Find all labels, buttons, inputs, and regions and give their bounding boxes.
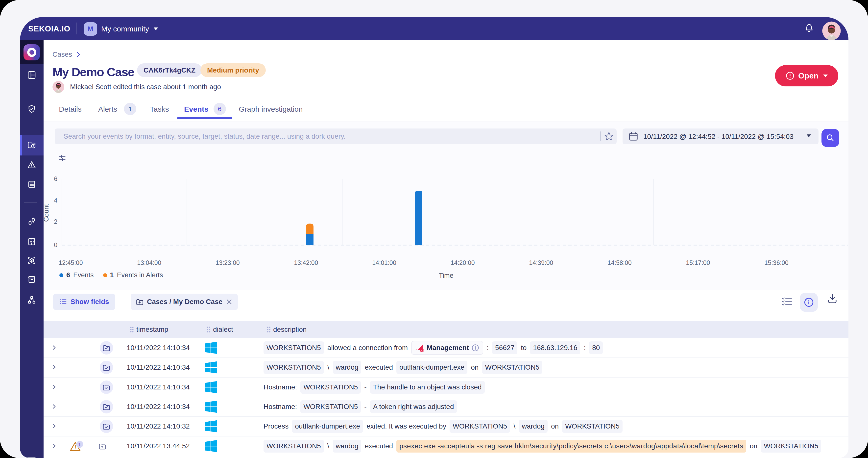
svg-text:13:04:00: 13:04:00 xyxy=(137,259,161,266)
svg-text:15:17:00: 15:17:00 xyxy=(686,259,710,266)
svg-text:6: 6 xyxy=(54,175,57,182)
svg-text:Time: Time xyxy=(439,272,454,279)
svg-text:13:42:00: 13:42:00 xyxy=(294,259,318,266)
svg-text:2: 2 xyxy=(54,218,57,225)
svg-text:14:01:00: 14:01:00 xyxy=(372,259,396,266)
svg-text:12:45:00: 12:45:00 xyxy=(59,259,83,266)
svg-text:14:39:00: 14:39:00 xyxy=(529,259,553,266)
svg-text:14:20:00: 14:20:00 xyxy=(451,259,474,266)
svg-text:4: 4 xyxy=(54,197,57,204)
svg-text:13:23:00: 13:23:00 xyxy=(216,259,240,266)
svg-text:14:58:00: 14:58:00 xyxy=(608,259,631,266)
svg-text:15:36:00: 15:36:00 xyxy=(764,259,788,266)
svg-text:Count: Count xyxy=(43,204,50,222)
svg-text:0: 0 xyxy=(54,241,57,248)
